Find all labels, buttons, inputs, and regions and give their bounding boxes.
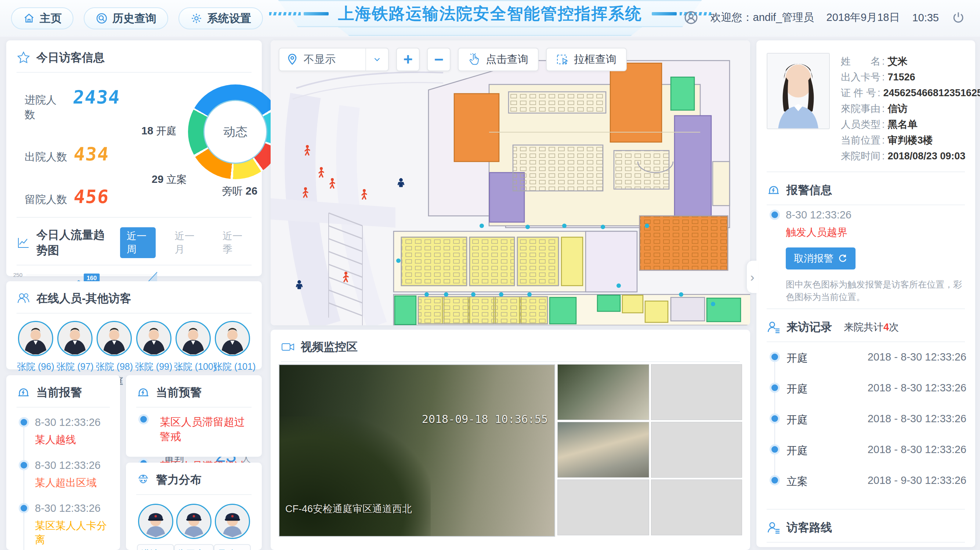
stat-leaving-count: 434 — [73, 143, 110, 165]
floor-plan-map[interactable] — [270, 40, 750, 325]
online-people-title: 在线人员-其他访客 — [37, 291, 131, 306]
trend-range-tabs: 近一周 近一月 近一季 — [120, 227, 251, 258]
current-time: 10:35 — [912, 12, 939, 24]
location-pin-icon — [286, 53, 299, 66]
avatar — [18, 321, 53, 356]
officer-avatar — [215, 504, 250, 539]
visit-record-row: 开庭2018 - 8-30 12:33:26 — [770, 413, 966, 443]
avatar — [97, 321, 132, 356]
visitor-route-timeline: 13:55:40发卡 13:58:40破产法庭 13:58:40安检室 13:5… — [756, 543, 975, 550]
video-surveillance-title: 视频监控区 — [301, 339, 358, 354]
police-officer-icon — [136, 473, 150, 487]
call-officer-button[interactable]: 朱亚东 — [174, 544, 214, 550]
call-officer-button[interactable]: 洪波 — [137, 544, 174, 550]
video-surveillance-card: 视频监控区 2018-09-18 10:36:55 CF-46安检通庭审区通道西… — [270, 330, 750, 550]
video-tile-empty[interactable] — [651, 480, 742, 535]
marquee-select-icon — [556, 53, 569, 66]
person-list-icon — [767, 320, 781, 334]
donut-center-label: 动态 — [188, 84, 283, 179]
officer-avatar — [176, 504, 212, 539]
video-tile-empty[interactable] — [557, 480, 649, 535]
history-search-icon — [95, 12, 108, 25]
warning-item: 某区人员滞留超过警戒 — [138, 415, 253, 459]
visit-records-title: 来访记录 — [786, 320, 832, 335]
timeline-dot — [138, 414, 149, 424]
home-icon — [23, 12, 35, 25]
donut-label-filing: 29 立案 — [152, 173, 187, 186]
nav-home-label: 主页 — [40, 11, 62, 26]
call-officer-button[interactable]: 风凌 — [214, 544, 251, 550]
video-tile-empty[interactable] — [651, 364, 742, 420]
video-thumbnail-grid — [557, 364, 742, 537]
nav-history-label: 历史查询 — [112, 11, 156, 26]
main-video-feed[interactable]: 2018-09-18 10:36:55 CF-46安检通庭审区通道西北 — [279, 364, 555, 537]
nav-history-query-button[interactable]: 历史查询 — [84, 7, 168, 29]
stat-staying-count: 456 — [73, 186, 110, 207]
welcome-text: 欢迎您：andif_管理员 — [711, 10, 814, 25]
page-title: 上海铁路运输法院安全智能管控指挥系统 — [338, 3, 642, 25]
stat-entering-count: 2434 — [72, 87, 121, 108]
visitor-id-no: 245625466812351625 — [883, 85, 980, 101]
officer: 洪波 — [137, 504, 174, 550]
collapse-panel-handle[interactable]: › — [747, 261, 758, 293]
cancel-alarm-button[interactable]: 取消报警 — [786, 248, 856, 270]
current-warnings-title: 当前预警 — [156, 385, 202, 400]
visit-records-timeline: 开庭2018 - 8-30 12:33:26 开庭2018 - 8-30 12:… — [756, 342, 975, 509]
svg-text:250: 250 — [13, 272, 22, 278]
avatar — [136, 321, 172, 356]
tab-last-month[interactable]: 近一月 — [168, 227, 204, 258]
avatar — [175, 321, 211, 356]
stat-label: 进院人数 — [25, 93, 67, 122]
stat-label: 留院人数 — [25, 192, 67, 207]
floor-map-card: 不显示 + − 点击查询 拉框查询 — [270, 40, 750, 325]
current-warnings-card: 当前预警 某区人员滞留超过警戒 某区人员滞留超过警戒 某区人员滞留超过警戒 — [126, 375, 262, 457]
map-layer-select[interactable]: 不显示 — [279, 48, 389, 71]
nav-settings-label: 系统设置 — [207, 11, 251, 26]
timeline-dot — [19, 417, 29, 428]
video-tile[interactable] — [557, 422, 649, 478]
avatar — [215, 321, 250, 356]
stat-label: 出院人数 — [25, 150, 67, 164]
visitor-fields: 姓 名:艾米 出入卡号:71526 证 件 号:2456254668123516… — [841, 53, 980, 164]
click-query-button[interactable]: 点击查询 — [458, 48, 539, 71]
online-people-card: 在线人员-其他访客 张院 (96)开庭 张院 (97)开庭 张院 (98)开庭 … — [6, 281, 262, 369]
timeline-dot — [770, 352, 780, 362]
visitor-photo — [767, 53, 830, 129]
map-zoom-in-button[interactable]: + — [396, 48, 420, 71]
detail-panel: › 姓 名:艾米 出入卡号:71526 证 件 号:24562546681235… — [756, 40, 975, 547]
warning-siren-icon — [136, 386, 150, 399]
box-query-button[interactable]: 拉框查询 — [546, 48, 627, 71]
avatar — [57, 321, 92, 356]
current-alarms-title: 当前报警 — [37, 385, 82, 400]
nav-settings-button[interactable]: 系统设置 — [178, 7, 263, 29]
tab-last-week[interactable]: 近一周 — [120, 227, 156, 258]
video-tile[interactable] — [557, 364, 649, 420]
video-tile-empty[interactable] — [651, 422, 742, 478]
alarm-timeline: 8-30 12:33:26某人越线 8-30 12:33:26某人超出区域 8-… — [6, 407, 120, 550]
map-zoom-out-button[interactable]: − — [427, 48, 450, 71]
visitor-donut-chart: 动态 其他 18 调解 33 诉讼 26 旁听 26 29 立案 18 开庭 — [120, 76, 258, 197]
alarm-info-item: 8-30 12:33:26 触发人员越界 取消报警 图中灰色图标为触发报警是访客… — [770, 209, 965, 306]
timeline-dot — [770, 475, 780, 485]
visitor-name: 艾米 — [888, 54, 908, 69]
layer-select-value: 不显示 — [299, 52, 365, 67]
svg-text:160: 160 — [87, 275, 97, 281]
alarm-time: 8-30 12:33:26 — [786, 209, 965, 221]
tab-last-quarter[interactable]: 近一季 — [216, 227, 251, 258]
refresh-icon — [838, 254, 848, 263]
alarm-siren-icon — [16, 386, 30, 399]
visitor-reason: 信访 — [888, 101, 908, 117]
video-timestamp: 2018-09-18 10:36:55 — [422, 413, 548, 426]
click-hand-icon — [468, 53, 480, 66]
visit-record-row: 开庭2018 - 8-30 12:33:26 — [770, 351, 966, 382]
main-nav: 主页 历史查询 系统设置 — [11, 7, 263, 29]
alarm-info-section: 8-30 12:33:26 触发人员越界 取消报警 图中灰色图标为触发报警是访客… — [756, 205, 975, 308]
timeline-dot — [19, 460, 29, 471]
top-header: 主页 历史查询 系统设置 上海铁路运输法院安全智能管控指挥系统 欢迎您：andi… — [0, 0, 980, 37]
nav-home-button[interactable]: 主页 — [11, 7, 73, 29]
line-chart-icon — [16, 236, 30, 250]
power-icon[interactable] — [951, 11, 965, 25]
officer: 朱亚东 — [174, 504, 214, 550]
police-distribution-title: 警力分布 — [156, 472, 202, 488]
user-icon — [684, 11, 698, 25]
